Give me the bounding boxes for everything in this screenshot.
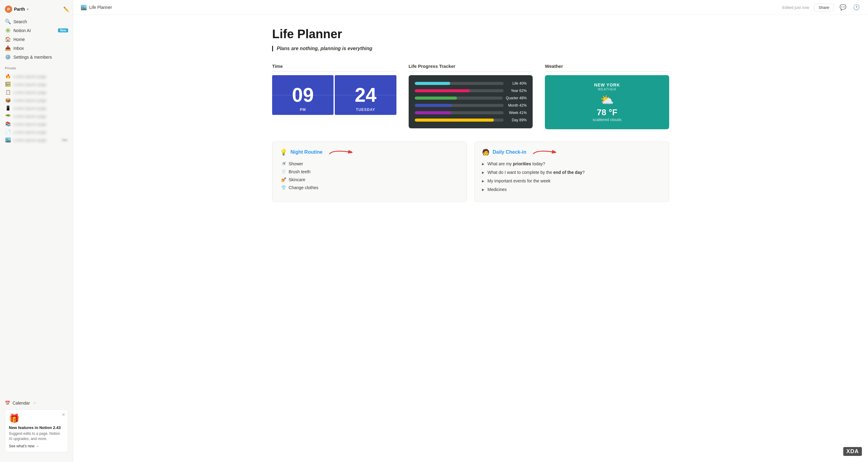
list-item-text: Change clothes <box>289 185 318 190</box>
external-link-icon: ↗ <box>33 401 36 405</box>
sidebar-item-label: Notion AI <box>13 28 56 33</box>
comment-icon[interactable]: 💬 <box>839 3 847 11</box>
night-routine-header: 💡 Night Routine <box>280 148 459 156</box>
triangle-icon: ▶ <box>482 179 485 183</box>
home-icon: 🏠 <box>5 36 11 42</box>
progress-row: Day 89% <box>415 118 527 122</box>
progress-row: Quarter 48% <box>415 96 527 100</box>
share-button[interactable]: Share <box>814 4 834 11</box>
progress-bar-fill <box>415 82 451 85</box>
doc-icon: 📄 <box>5 129 11 135</box>
list-item-text: Shower <box>289 161 303 166</box>
new-page-button[interactable]: ✏️ <box>62 5 70 13</box>
list-item: 🚿 Shower <box>280 161 459 166</box>
private-item-4[interactable]: 📦 Lorem ipsum page <box>2 96 70 104</box>
private-item-3[interactable]: 📋 Lorem ipsum page <box>2 88 70 96</box>
daily-checkin-card: 🧑 Daily Check-in ▶ <box>474 142 669 202</box>
breadcrumb: 🏙️ Life Planner <box>81 5 112 10</box>
progress-bar-bg <box>415 119 504 122</box>
calendar-label: Calendar <box>12 401 30 405</box>
progress-label: Life 40% <box>507 81 527 86</box>
check-item-text: What do I want to complete by the end of… <box>488 170 585 175</box>
sidebar-nav: 🔍 Search ✳️ Notion AI New 🏠 Home 📥 Inbox… <box>0 16 73 63</box>
sidebar-item-label: Search <box>13 19 68 24</box>
close-icon[interactable]: ✕ <box>62 412 65 417</box>
progress-bar-fill <box>415 89 470 92</box>
list-item-text: Brush teeth <box>289 169 311 174</box>
clock-day: TUESDAY <box>356 108 375 112</box>
private-item-8[interactable]: 📄 Lorem ipsum page <box>2 128 70 136</box>
shower-icon: 🚿 <box>281 161 286 166</box>
inbox-icon: 📥 <box>5 45 11 51</box>
clipboard-icon: 📋 <box>5 89 11 95</box>
private-item-label: Lorem ipsum page <box>13 114 68 119</box>
sidebar-item-search[interactable]: 🔍 Search <box>2 17 70 26</box>
notion-ai-icon: ✳️ <box>5 28 11 33</box>
private-item-6[interactable]: 🥗 Lorem ipsum page <box>2 112 70 120</box>
private-items: 🔥 Lorem ipsum page 🖼️ Lorem ipsum page 📋… <box>0 71 73 145</box>
progress-bar-bg <box>415 89 504 92</box>
night-routine-list: 🚿 Shower 🦷 Brush teeth 💅 Skincare 👕 Chan… <box>280 161 459 190</box>
clock-widget: 09 PM 24 TUESDAY <box>272 75 397 115</box>
list-item: 🦷 Brush teeth <box>280 169 459 174</box>
checkin-icon: 🧑 <box>482 148 490 156</box>
progress-bar-bg <box>415 111 504 114</box>
settings-icon: ⚙️ <box>5 54 11 60</box>
weather-temp: 78 °F <box>597 108 617 117</box>
chevron-down-icon: ▾ <box>27 7 29 11</box>
sidebar-item-settings[interactable]: ⚙️ Settings & members <box>2 53 70 61</box>
private-item-label: Lorem ipsum page <box>13 122 68 126</box>
update-card: ✕ 🎁 New features in Notion 2.43 Suggest … <box>5 409 68 452</box>
sidebar-item-home[interactable]: 🏠 Home <box>2 35 70 44</box>
private-section-label: Private <box>0 63 73 71</box>
progress-bar-fill <box>415 119 494 122</box>
private-item-label: Lorem ipsum page <box>13 138 59 142</box>
calendar-icon: 📅 <box>5 401 10 405</box>
progress-bar-fill <box>415 104 452 107</box>
time-section: Time 09 PM 24 TUESDAY <box>272 63 397 129</box>
private-item-2[interactable]: 🖼️ Lorem ipsum page <box>2 80 70 88</box>
check-item-1: ▶ What are my priorities today? <box>482 161 661 166</box>
tooth-icon: 🦷 <box>281 169 286 174</box>
avatar: P <box>5 5 12 13</box>
progress-section: Life Progress Tracker Life 40%Year 62%Qu… <box>409 63 533 129</box>
private-item-label: Lorem ipsum page <box>13 74 68 79</box>
private-item-label: Lorem ipsum page <box>13 90 68 95</box>
sidebar-item-label: Home <box>13 37 68 42</box>
progress-bar-fill <box>415 96 457 99</box>
private-item-5[interactable]: 📱 Lorem ipsum page <box>2 104 70 112</box>
sidebar-item-notion-ai[interactable]: ✳️ Notion AI New <box>2 26 70 35</box>
page-icon: 🏙️ <box>81 5 87 10</box>
update-card-link[interactable]: See what's new → <box>9 444 64 448</box>
progress-bar-bg <box>415 82 504 85</box>
night-routine-card: 💡 Night Routine 🚿 <box>272 142 467 202</box>
sidebar-bottom: 📅 Calendar ↗ ✕ 🎁 New features in Notion … <box>0 397 73 457</box>
progress-card: Life 40%Year 62%Quarter 48%Month 42%Week… <box>409 75 533 128</box>
clock-icon[interactable]: 🕐 <box>852 3 861 11</box>
private-item-1[interactable]: 🔥 Lorem ipsum page <box>2 73 70 80</box>
sidebar-item-label: Settings & members <box>13 55 68 60</box>
page-title: Life Planner <box>272 27 669 41</box>
topbar-actions: Edited just now Share 💬 🕐 <box>782 3 861 11</box>
weather-card: NEW YORK WEATHER ⛅ 78 °F scattered cloud… <box>545 75 669 129</box>
clock-period: PM <box>300 108 306 112</box>
current-page-badge: ••• <box>61 138 68 142</box>
sidebar-item-inbox[interactable]: 📥 Inbox <box>2 44 70 53</box>
night-routine-icon: 💡 <box>280 148 287 156</box>
daily-checkin-header: 🧑 Daily Check-in <box>482 148 661 156</box>
main-content: 🏙️ Life Planner Edited just now Share 💬 … <box>73 0 868 462</box>
user-menu[interactable]: P Parth ▾ <box>2 4 31 15</box>
progress-bar-bg <box>415 96 503 99</box>
private-item-7[interactable]: 📚 Lorem ipsum page <box>2 120 70 128</box>
sidebar: P Parth ▾ ✏️ 🔍 Search ✳️ Notion AI New 🏠… <box>0 0 73 462</box>
update-card-icon: 🎁 <box>9 413 64 424</box>
nail-icon: 💅 <box>281 177 286 182</box>
xda-watermark: XDA <box>843 447 862 456</box>
private-item-label: Lorem ipsum page <box>13 106 68 111</box>
progress-row: Week 41% <box>415 111 527 115</box>
sidebar-item-calendar[interactable]: 📅 Calendar ↗ <box>2 399 70 407</box>
private-item-label: Lorem ipsum page <box>13 130 68 135</box>
breadcrumb-title: Life Planner <box>89 5 112 10</box>
private-item-9[interactable]: 🏙️ Lorem ipsum page ••• <box>2 136 70 144</box>
sidebar-item-label: Inbox <box>13 46 68 51</box>
